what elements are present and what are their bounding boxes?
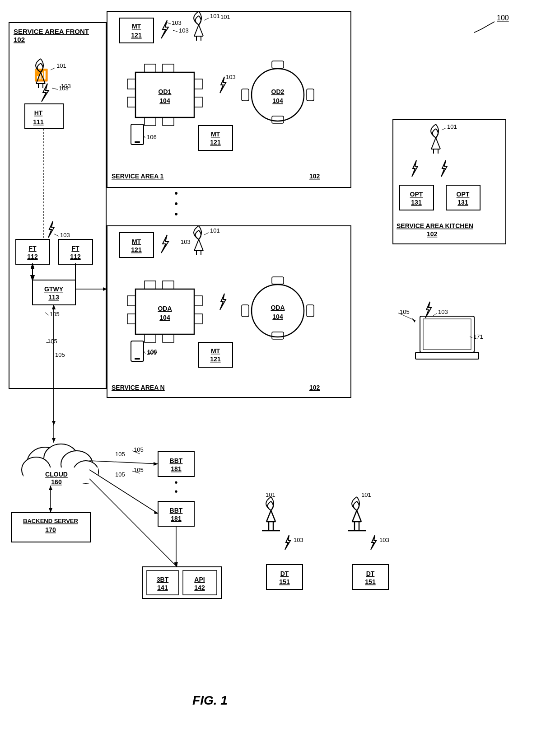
svg-text:151: 151	[279, 578, 290, 585]
svg-text:API: API	[194, 576, 205, 583]
svg-text:FT: FT	[71, 245, 79, 252]
svg-text:111: 111	[33, 118, 44, 126]
svg-rect-70	[194, 79, 202, 89]
ref-106-san: 106	[147, 348, 157, 355]
svg-text:104: 104	[272, 313, 283, 320]
svg-line-102	[204, 233, 209, 235]
svg-rect-67	[163, 117, 174, 126]
service-area-front-label: SERVICE AREA FRONT	[14, 28, 89, 35]
svg-rect-119	[242, 305, 249, 317]
svg-text:OD2: OD2	[271, 88, 285, 95]
svg-text:SERVICE AREA N: SERVICE AREA N	[112, 384, 165, 391]
svg-text:105: 105	[50, 311, 60, 318]
svg-rect-122	[135, 358, 140, 360]
svg-line-170	[89, 479, 177, 567]
svg-rect-108	[145, 334, 156, 342]
svg-rect-192	[423, 319, 471, 350]
svg-text:181: 181	[171, 515, 182, 522]
svg-rect-90	[107, 226, 351, 397]
svg-rect-118	[272, 332, 284, 339]
svg-marker-141	[49, 508, 52, 513]
svg-rect-65	[163, 64, 174, 72]
svg-text:SERVICE AREA 1: SERVICE AREA 1	[112, 173, 164, 180]
svg-line-25	[54, 234, 59, 236]
svg-rect-78	[242, 89, 249, 101]
svg-text:101: 101	[266, 491, 275, 498]
svg-text:MT: MT	[132, 238, 141, 245]
svg-line-183	[442, 128, 446, 130]
svg-rect-49	[120, 18, 154, 43]
svg-rect-110	[127, 296, 135, 306]
svg-rect-107	[163, 281, 174, 289]
svg-text:ODA: ODA	[158, 305, 172, 312]
svg-text:121: 121	[131, 246, 142, 253]
svg-rect-3	[9, 23, 106, 388]
svg-text:•: •	[174, 187, 178, 199]
svg-text:101: 101	[361, 491, 371, 498]
svg-rect-190	[420, 316, 474, 352]
svg-text:102: 102	[309, 384, 320, 391]
svg-line-233	[173, 30, 177, 32]
svg-text:142: 142	[194, 584, 205, 591]
svg-marker-160	[154, 462, 158, 466]
svg-rect-77	[272, 116, 284, 123]
svg-line-97	[199, 239, 203, 251]
svg-line-55	[199, 25, 203, 36]
svg-text:112: 112	[27, 253, 38, 260]
svg-text:101: 101	[220, 14, 230, 20]
svg-rect-113	[194, 314, 202, 324]
svg-text:103: 103	[438, 308, 448, 315]
svg-text:DT: DT	[280, 570, 289, 577]
svg-rect-68	[127, 79, 135, 89]
svg-text:101: 101	[447, 123, 457, 130]
svg-line-211	[352, 510, 357, 522]
svg-marker-162	[154, 510, 158, 514]
svg-text:DT: DT	[366, 570, 375, 577]
svg-line-159	[89, 461, 158, 464]
svg-rect-117	[272, 277, 284, 284]
svg-rect-109	[163, 334, 174, 342]
svg-text:181: 181	[171, 465, 182, 472]
svg-text:SERVICE AREA KITCHEN: SERVICE AREA KITCHEN	[397, 222, 473, 229]
svg-text:OPT: OPT	[457, 191, 470, 198]
svg-text:160: 160	[51, 478, 62, 486]
svg-text:101: 101	[56, 62, 66, 69]
svg-line-199	[433, 313, 437, 316]
svg-text:100: 100	[497, 14, 509, 22]
svg-text:103: 103	[179, 27, 189, 34]
svg-text:131: 131	[457, 199, 468, 206]
svg-text:101: 101	[210, 13, 220, 19]
svg-text:106: 106	[147, 134, 157, 140]
svg-text:151: 151	[365, 578, 376, 585]
svg-line-201	[271, 510, 275, 522]
svg-text:CLOUD: CLOUD	[45, 471, 68, 478]
svg-rect-120	[307, 305, 314, 317]
svg-marker-140	[49, 486, 52, 490]
svg-line-96	[194, 239, 199, 251]
svg-text:•: •	[174, 477, 177, 487]
svg-marker-40	[31, 276, 34, 280]
svg-line-54	[194, 25, 199, 36]
svg-text:171: 171	[473, 333, 483, 340]
svg-rect-71	[194, 97, 202, 107]
svg-text:HT: HT	[34, 109, 43, 117]
svg-rect-84	[199, 126, 233, 150]
svg-line-14	[52, 88, 58, 89]
svg-text:170: 170	[45, 526, 56, 533]
svg-text:141: 141	[157, 584, 168, 591]
svg-line-177	[431, 138, 436, 149]
svg-text:105: 105	[115, 471, 125, 478]
svg-text:101: 101	[210, 227, 220, 234]
svg-rect-64	[145, 64, 156, 72]
svg-line-12	[51, 68, 55, 70]
svg-text:104: 104	[159, 97, 170, 104]
svg-text:OD1: OD1	[159, 88, 172, 95]
svg-line-200	[266, 510, 271, 522]
svg-text:105: 105	[134, 467, 144, 473]
svg-text:105: 105	[47, 338, 57, 345]
svg-text:103: 103	[61, 83, 71, 89]
svg-text:103: 103	[60, 232, 70, 238]
svg-marker-228	[52, 305, 56, 309]
fig-caption: FIG. 1	[192, 693, 228, 707]
svg-text:121: 121	[210, 355, 221, 363]
